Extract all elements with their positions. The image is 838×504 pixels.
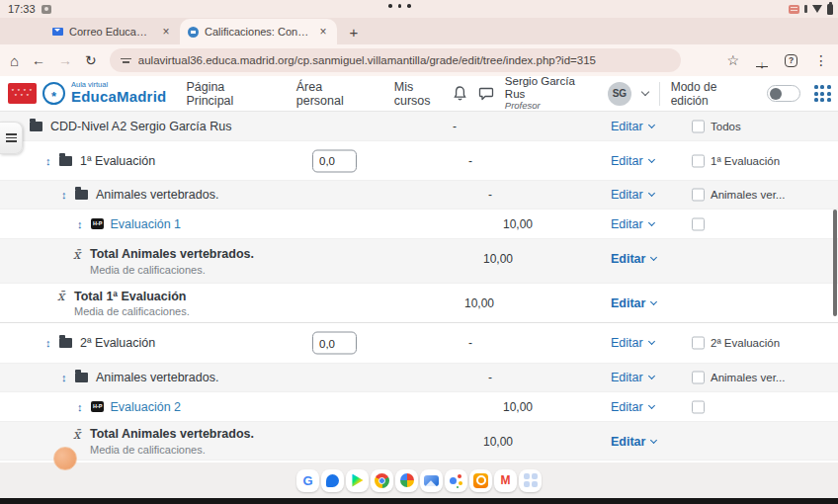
moodle-favicon [188,27,199,38]
edit-mode-toggle[interactable] [767,85,800,102]
edit-label: Editar [611,296,645,310]
dock-photos-icon[interactable] [395,469,418,492]
table-row: Total 1ª Evaluación Media de calificacio… [0,284,838,323]
help-icon[interactable] [785,54,797,67]
edit-label: Editar [611,371,643,384]
checkbox-label: Animales ver... [711,189,785,201]
edit-mode-label: Modo de edición [671,80,757,108]
tab-title: Correo EducaMadrid :: Entra [69,26,154,38]
url-bar[interactable]: aulavirtual36.educa.madrid.org/cp.sanmig… [110,48,681,72]
edit-label: Editar [611,188,643,202]
home-button[interactable] [10,53,19,68]
edit-menu-link[interactable]: Editar [611,435,656,449]
edit-label: Editar [611,154,643,168]
dock-chrome-icon[interactable] [371,469,393,492]
comunidad-madrid-logo [8,83,37,104]
nav-courses-link[interactable]: Mis cursos [394,80,453,108]
max-grade-value: 10,00 [454,435,513,449]
primary-nav: Página Principal Área personal Mis curso… [186,80,452,108]
table-row: Evaluación 2 10,00 Editar [0,392,838,422]
scrollbar-thumb[interactable] [833,210,837,316]
dock-messages-icon[interactable] [321,469,344,492]
move-handle-icon[interactable] [77,218,85,230]
category-name: Animales vertebrados. [96,188,218,202]
edit-menu-link[interactable]: Editar [611,252,656,266]
accessibility-fab[interactable] [53,447,77,470]
dock-gmail-icon[interactable] [494,469,517,492]
notifications-bell-icon[interactable] [453,85,467,102]
select-checkbox[interactable] [692,400,705,413]
edit-menu-link[interactable]: Editar [611,154,654,168]
window-drag-handle[interactable] [388,4,411,8]
status-icons [789,3,833,15]
dock-assistant-icon[interactable] [445,469,467,492]
edit-menu-link[interactable]: Editar [611,188,654,202]
browser-tab-mail[interactable]: Correo EducaMadrid :: Entra [44,19,180,44]
apps-grid-icon[interactable] [814,85,831,102]
aggregation-subtitle: Media de calificaciones. [90,444,206,456]
category-name: Animales vertebrados. [96,371,218,384]
folder-icon [75,190,88,200]
activity-link[interactable]: Evaluación 2 [110,400,181,414]
new-tab-button[interactable] [341,19,367,44]
chevron-down-icon [648,121,655,127]
move-handle-icon[interactable] [61,372,69,383]
dock-google-icon[interactable] [296,469,319,492]
select-checkbox[interactable] [692,337,705,350]
close-icon[interactable] [160,26,172,38]
weight-input[interactable] [312,332,357,355]
move-handle-icon[interactable] [61,189,69,201]
site-settings-icon[interactable] [121,55,131,65]
edit-menu-link[interactable]: Editar [611,371,654,384]
folder-icon [30,122,42,131]
nav-dashboard-link[interactable]: Área personal [296,80,373,108]
dock-camera-icon[interactable] [469,469,492,492]
select-all-checkbox[interactable] [692,120,705,132]
select-checkbox[interactable] [692,372,705,384]
close-icon[interactable] [317,26,329,38]
messages-bubble-icon[interactable] [478,86,494,101]
edit-menu-link[interactable]: Editar [611,120,654,133]
tab-strip: Correo EducaMadrid :: Entra Calificacion… [0,18,838,44]
total-name: Total Animales vertebrados. [90,427,254,441]
move-handle-icon[interactable] [45,155,53,167]
browser-tab-grades[interactable]: Calificaciones: Configuración [180,19,337,44]
avatar[interactable]: SG [608,82,631,106]
dock-app-pairs-icon[interactable] [519,469,542,492]
divider [659,82,660,106]
forward-button[interactable] [58,53,72,67]
edit-menu-link[interactable]: Editar [611,400,654,414]
move-handle-icon[interactable] [45,337,53,349]
header-right: Sergio García Rus Profesor SG Modo de ed… [453,75,838,112]
max-grade-value: 10,00 [473,217,533,231]
move-handle-icon[interactable] [77,401,85,413]
range-value: - [433,188,492,202]
user-menu-chevron-icon[interactable] [640,88,648,96]
dock-play-store-icon[interactable] [346,469,369,492]
site-brand[interactable]: Aula virtual EducaMadrid [71,81,166,106]
open-block-drawer-button[interactable] [0,122,23,154]
reload-button[interactable] [85,53,97,67]
max-grade-value: 10,00 [473,400,533,414]
bookmark-icon[interactable] [726,53,739,67]
select-checkbox[interactable] [692,189,705,202]
edit-menu-link[interactable]: Editar [611,296,656,310]
max-grade-value: 10,00 [435,296,494,310]
back-button[interactable] [32,53,45,67]
weight-input[interactable] [312,149,357,172]
select-checkbox[interactable] [692,154,705,167]
edit-menu-link[interactable]: Editar [611,336,654,350]
chevron-down-icon [648,338,655,345]
activity-link[interactable]: Evaluación 1 [110,217,181,231]
overflow-menu-icon[interactable] [814,53,828,67]
select-checkbox[interactable] [692,217,705,230]
download-icon[interactable] [756,54,768,67]
checkbox-label: 1ª Evaluación [711,155,780,167]
wifi-icon [812,5,822,13]
edit-label: Editar [611,336,643,350]
nav-home-link[interactable]: Página Principal [186,80,274,108]
dock-gallery-icon[interactable] [420,469,443,492]
educamadrid-logo-icon[interactable] [42,82,65,105]
edit-menu-link[interactable]: Editar [611,217,654,231]
checkbox-label: Todos [711,121,741,132]
